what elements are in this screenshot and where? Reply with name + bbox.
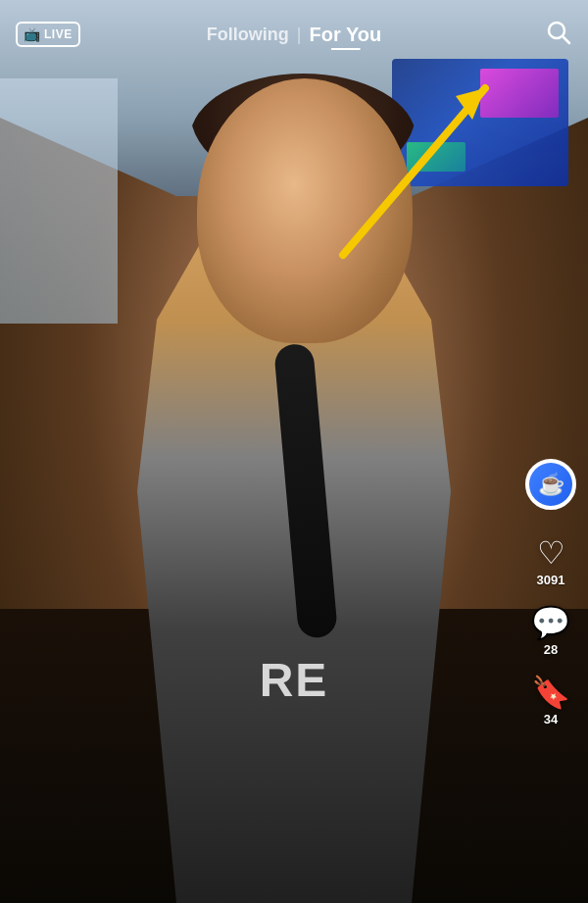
comment-icon: 💬 <box>531 607 570 638</box>
bookmark-icon: 🔖 <box>531 677 570 708</box>
profile-avatar[interactable]: ☕ <box>525 459 576 510</box>
right-action-panel: ☕ ♡ 3091 💬 28 🔖 34 <box>525 459 576 727</box>
shirt-text: RE <box>260 653 329 707</box>
left-wall <box>0 78 118 324</box>
background-screens <box>392 59 568 186</box>
bookmark-action[interactable]: 🔖 34 <box>531 677 570 727</box>
live-label: LIVE <box>44 27 73 41</box>
search-button[interactable] <box>545 19 572 50</box>
like-action[interactable]: ♡ 3091 <box>537 537 565 587</box>
comment-action[interactable]: 💬 28 <box>531 607 570 657</box>
tab-for-you[interactable]: For You <box>309 24 381 46</box>
tv-icon: 📺 <box>24 26 40 42</box>
svg-point-0 <box>549 23 564 38</box>
comment-count: 28 <box>544 642 558 657</box>
header-bar: 📺 LIVE Following | For You <box>0 0 588 69</box>
heart-icon: ♡ <box>537 537 565 569</box>
live-badge[interactable]: 📺 LIVE <box>16 22 80 47</box>
svg-line-1 <box>564 37 570 44</box>
tab-divider: | <box>297 25 302 45</box>
like-count: 3091 <box>537 573 565 587</box>
person-head <box>197 78 413 343</box>
app-icon: ☕ <box>529 463 572 506</box>
profile-avatar-container: ☕ <box>525 459 576 510</box>
header-tabs: Following | For You <box>207 24 381 46</box>
video-background: RE <box>0 0 588 903</box>
tab-following[interactable]: Following <box>207 25 289 45</box>
bookmark-count: 34 <box>544 712 558 727</box>
